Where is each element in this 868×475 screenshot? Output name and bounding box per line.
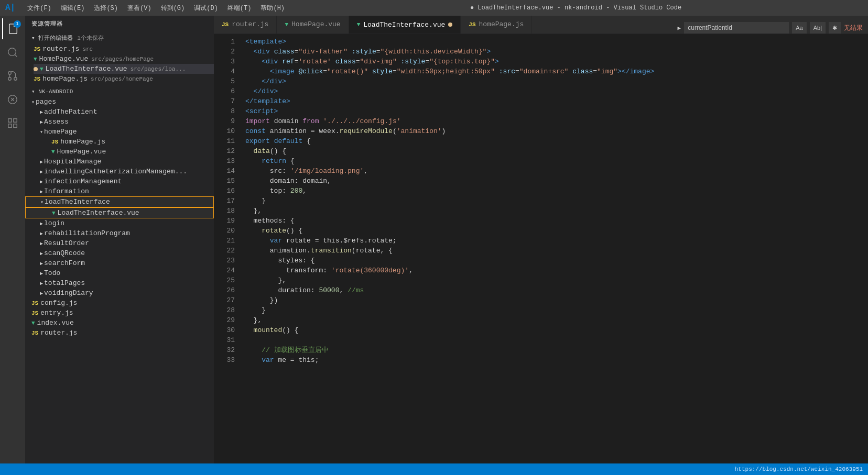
folder-pages[interactable]: ▾ pages [25, 97, 214, 107]
activity-debug[interactable] [2, 89, 23, 110]
open-editors-list: JS router.js src ▼ HomePage.vue src/page… [25, 44, 214, 84]
file-configjs[interactable]: JS config.js [25, 298, 214, 308]
folder-scanqrcode[interactable]: ▶ scanQRcode [25, 248, 214, 258]
menu-item[interactable]: 帮助(H) [256, 3, 289, 14]
open-editor-homepagejs[interactable]: JS homePage.js src/pages/homePage [34, 74, 214, 84]
menu-bar[interactable]: 文件(F)编辑(E)选择(S)查看(V)转到(G)调试(D)终端(T)帮助(H) [23, 3, 289, 14]
folder-infection[interactable]: ▶ infectionManagement [25, 176, 214, 186]
folder-addthepatient[interactable]: ▶ addThePatient [25, 107, 214, 117]
folder-arrow: ▾ [40, 199, 44, 205]
menu-item[interactable]: 编辑(E) [57, 3, 89, 14]
code-content[interactable]: <template> <div class="div-father" :styl… [240, 34, 868, 463]
tab-homepagejs-label: homePage.js [479, 20, 524, 28]
folder-voidingdiary[interactable]: ▶ voidingDiary [25, 288, 214, 298]
open-editor-loadtheinterface[interactable]: ▼ LoadTheInterface.vue src/pages/loa... [34, 64, 214, 74]
vue-icon: ▼ [31, 320, 35, 326]
activity-extensions[interactable] [2, 113, 23, 134]
folder-loadtheinterface[interactable]: ▾ loadTheInterface [25, 196, 214, 207]
unsaved-count: 1个未保存 [77, 34, 104, 42]
menu-item[interactable]: 查看(V) [123, 3, 156, 14]
tab-loadtheinterface[interactable]: ▼ LoadTheInterface.vue [349, 16, 461, 34]
activity-explorer[interactable]: 1 [2, 18, 23, 39]
folder-arrow: ▶ [40, 230, 43, 237]
tab-routerjs[interactable]: JS router.js [214, 16, 277, 34]
find-widget: ▶ Aa Ab| ✱ 无结果 [672, 22, 868, 34]
tab-homepagevue[interactable]: ▼ HomePage.vue [277, 16, 349, 34]
svg-point-0 [8, 48, 16, 56]
status-link[interactable]: https://blog.csdn.net/weixin_42063951 [735, 466, 863, 472]
status-right: https://blog.csdn.net/weixin_42063951 [735, 466, 863, 472]
folder-todo[interactable]: ▶ Todo [25, 268, 214, 278]
folder-arrow: ▶ [40, 240, 43, 247]
main-layout: 1 资源 [0, 16, 868, 463]
folder-indwelling[interactable]: ▶ indwellingCatheterizationManagem... [25, 167, 214, 176]
svg-rect-9 [8, 124, 12, 127]
open-editors-section[interactable]: ▾ 打开的编辑器 1个未保存 [25, 32, 214, 44]
vue-icon: ▼ [34, 56, 37, 62]
js-icon: JS [31, 299, 38, 307]
file-loadtheinterface[interactable]: ▼ LoadTheInterface.vue [25, 207, 214, 218]
folder-arrow: ▶ [40, 220, 43, 227]
file-homepagejs[interactable]: JS homePage.js [25, 137, 214, 147]
svg-line-1 [15, 54, 17, 57]
vue-icon: ▼ [40, 66, 44, 72]
file-indexvue[interactable]: ▼ index.vue [25, 318, 214, 328]
folder-resultorder[interactable]: ▶ ResultOrder [25, 238, 214, 248]
regex-btn[interactable]: ✱ [829, 22, 841, 34]
whole-word-btn[interactable]: Ab| [810, 22, 826, 34]
js-tab-icon: JS [222, 21, 229, 28]
folder-arrow: ▶ [40, 189, 43, 195]
folder-arrow: ▶ [40, 290, 43, 296]
open-editor-routerjs[interactable]: JS router.js src [34, 44, 214, 54]
menu-item[interactable]: 转到(G) [157, 3, 189, 14]
vue-icon: ▼ [51, 149, 55, 155]
case-sensitive-btn[interactable]: Aa [792, 22, 806, 34]
project-section[interactable]: ▾ NK-ANDROID [25, 86, 214, 97]
open-editor-homepagevue[interactable]: ▼ HomePage.vue src/pages/homePage [34, 54, 214, 64]
modified-dot [34, 67, 38, 71]
vue-icon: ▼ [52, 210, 56, 216]
folder-homepage[interactable]: ▾ homePage [25, 127, 214, 137]
menu-item[interactable]: 终端(T) [223, 3, 256, 14]
folder-totalpages[interactable]: ▶ totalPages [25, 278, 214, 288]
js-icon: JS [34, 45, 40, 53]
vue-tab-icon: ▼ [357, 21, 361, 28]
svg-rect-8 [14, 119, 17, 122]
svg-point-2 [14, 78, 17, 81]
file-entryjs[interactable]: JS entry.js [25, 308, 214, 318]
folder-rehab[interactable]: ▶ rehabilitationProgram [25, 228, 214, 238]
activity-search[interactable] [2, 42, 23, 63]
title-bar: A| 文件(F)编辑(E)选择(S)查看(V)转到(G)调试(D)终端(T)帮助… [0, 0, 868, 16]
activity-git[interactable] [2, 65, 23, 86]
tab-homepagejs[interactable]: JS homePage.js [461, 16, 532, 34]
tab-homepagevue-label: HomePage.vue [291, 20, 341, 28]
open-editors-label: ▾ 打开的编辑器 [31, 34, 73, 42]
folder-arrow: ▾ [40, 129, 43, 135]
code-editor: 12345 678910 1112131415 1617181920 21222… [214, 34, 868, 463]
js-icon: JS [34, 75, 40, 83]
notification-badge: 1 [14, 20, 21, 28]
activity-bar: 1 [0, 16, 25, 463]
vue-tab-icon: ▼ [285, 21, 288, 28]
folder-hospitalmanage[interactable]: ▶ HospitalManage [25, 157, 214, 167]
folder-arrow-pages: ▾ [31, 99, 35, 105]
file-homepagevue[interactable]: ▼ HomePage.vue [25, 147, 214, 157]
folder-arrow: ▶ [40, 250, 43, 257]
folder-login[interactable]: ▶ login [25, 218, 214, 228]
window-title: ● LoadTheInterface.vue - nk-android - Vi… [289, 4, 863, 12]
tab-loadtheinterface-label: LoadTheInterface.vue [363, 21, 445, 29]
file-routerjs[interactable]: JS router.js [25, 328, 214, 338]
folder-assess[interactable]: ▶ Assess [25, 117, 214, 127]
folder-arrow: ▶ [40, 260, 43, 267]
menu-item[interactable]: 选择(S) [90, 3, 122, 14]
tab-modified-dot [448, 23, 452, 27]
menu-item[interactable]: 调试(D) [190, 3, 222, 14]
folder-arrow: ▶ [40, 270, 43, 277]
folder-searchform[interactable]: ▶ searchForm [25, 258, 214, 268]
svg-rect-10 [14, 124, 17, 127]
folder-information[interactable]: ▶ Information [25, 186, 214, 196]
menu-item[interactable]: 文件(F) [23, 3, 56, 14]
folder-arrow: ▶ [40, 109, 43, 115]
js-icon: JS [31, 309, 38, 317]
find-input[interactable] [684, 22, 789, 34]
